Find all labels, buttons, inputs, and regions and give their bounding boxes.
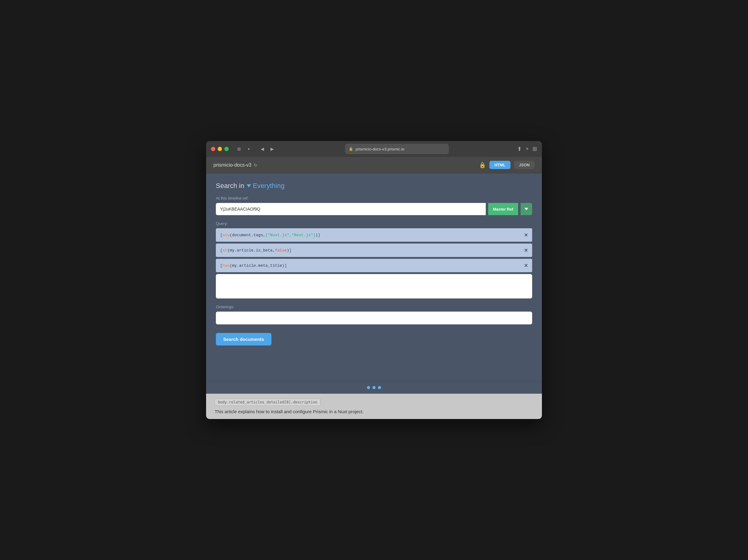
everything-dropdown[interactable]: Everything [247,182,284,190]
query-close-3[interactable]: ✕ [524,263,528,269]
grid-icon[interactable]: ⊞ [533,146,537,152]
dot-3 [378,386,381,389]
fullscreen-button[interactable] [225,147,229,151]
result-section: body.related_articles_detailed[0].descri… [206,394,542,419]
query-empty-input[interactable] [216,274,532,298]
app-bar: prismicio-docs-v3 ↻ 🔒 HTML JSON [206,157,542,173]
orderings-section: Orderings: [216,305,532,324]
address-bar-container: 🔒 prismicio-docs-v3.prismic.io [280,144,514,154]
app-title-group: prismicio-docs-v3 ↻ [213,162,257,168]
app-bar-right: 🔒 HTML JSON [479,161,535,169]
json-button[interactable]: JSON [514,161,535,169]
nav-buttons: ◀ ▶ [258,145,276,153]
dropdown-white-arrow-icon [524,208,528,210]
search-in-row: Search in Everything [216,182,532,190]
chevron-down-icon: ▼ [244,145,253,153]
dot-1 [367,386,370,389]
sidebar-toggle[interactable]: ⊞ ▼ [235,145,253,153]
timeline-row: Master Ref [216,203,532,215]
query-code-3: [has(my.article.meta_title)] [220,263,521,268]
share-icon[interactable]: ⬆ [517,146,522,152]
traffic-lights [211,147,229,151]
fn-name-2: at [223,248,228,253]
bracket-3: [ [220,248,223,253]
master-ref-button[interactable]: Master Ref [488,203,518,215]
path-text-5: (my.article.meta_title) [230,263,284,268]
str-val: ["Nuxt.js","Next.js"] [265,233,315,238]
timeline-label: At this timeline ref: [216,196,532,200]
query-row-2: [at(my.article.is_beta,false)] ✕ [216,244,532,257]
html-button[interactable]: HTML [489,161,510,169]
refresh-button[interactable]: ↻ [254,163,257,168]
query-label: Query: [216,221,532,226]
ref-dropdown-button[interactable] [520,203,532,215]
url-text: prismicio-docs-v3.prismic.io [356,147,404,151]
search-in-label: Search in [216,182,244,190]
app-title-text: prismicio-docs-v3 [213,162,251,168]
everything-label: Everything [253,182,284,190]
query-close-2[interactable]: ✕ [524,247,528,253]
orderings-input[interactable] [216,312,532,324]
minimize-button[interactable] [218,147,222,151]
dot-2 [372,386,376,389]
bracket-4: ] [289,248,291,253]
query-code-2: [at(my.article.is_beta,false)] [220,248,521,253]
path-text-2: ) [315,233,318,238]
query-row-1: [any(document.tags,["Nuxt.js","Next.js"]… [216,228,532,242]
bracket-2: ] [318,233,320,238]
dots-separator [206,381,542,394]
title-bar: ⊞ ▼ ◀ ▶ 🔒 prismicio-docs-v3.prismic.io ⬆… [206,141,542,157]
timeline-input[interactable] [216,203,486,215]
lock-icon: 🔒 [349,147,353,151]
sidebar-icon: ⊞ [235,145,243,153]
path-text: (document.tags, [230,233,265,238]
orderings-label: Orderings: [216,305,532,309]
close-button[interactable] [211,147,215,151]
result-tag: body.related_articles_detailed[0].descri… [215,398,321,406]
path-text-3: (my.article.is_beta, [227,248,275,253]
query-code-1: [any(document.tags,["Nuxt.js","Next.js"]… [220,233,521,238]
bracket-5: [ [220,263,223,268]
main-content: Search in Everything At this timeline re… [206,173,542,381]
bool-val: false [275,248,287,253]
fn-name-3: has [223,263,230,268]
bracket: [ [220,233,223,238]
dropdown-arrow-icon [247,184,251,187]
fn-name: any [223,233,230,238]
new-tab-icon[interactable]: + [525,146,529,152]
bracket-6: ] [284,263,287,268]
query-row-3: [has(my.article.meta_title)] ✕ [216,259,532,272]
security-icon: 🔒 [479,162,486,168]
result-text: This article explains how to install and… [215,409,533,414]
search-documents-button[interactable]: Search documents [216,333,272,345]
browser-window: ⊞ ▼ ◀ ▶ 🔒 prismicio-docs-v3.prismic.io ⬆… [206,141,542,419]
query-section: Query: [any(document.tags,["Nuxt.js","Ne… [216,221,532,298]
forward-button[interactable]: ▶ [268,145,276,153]
back-button[interactable]: ◀ [258,145,266,153]
toolbar-right: ⬆ + ⊞ [517,146,537,152]
address-bar[interactable]: 🔒 prismicio-docs-v3.prismic.io [345,144,449,154]
query-close-1[interactable]: ✕ [524,232,528,238]
